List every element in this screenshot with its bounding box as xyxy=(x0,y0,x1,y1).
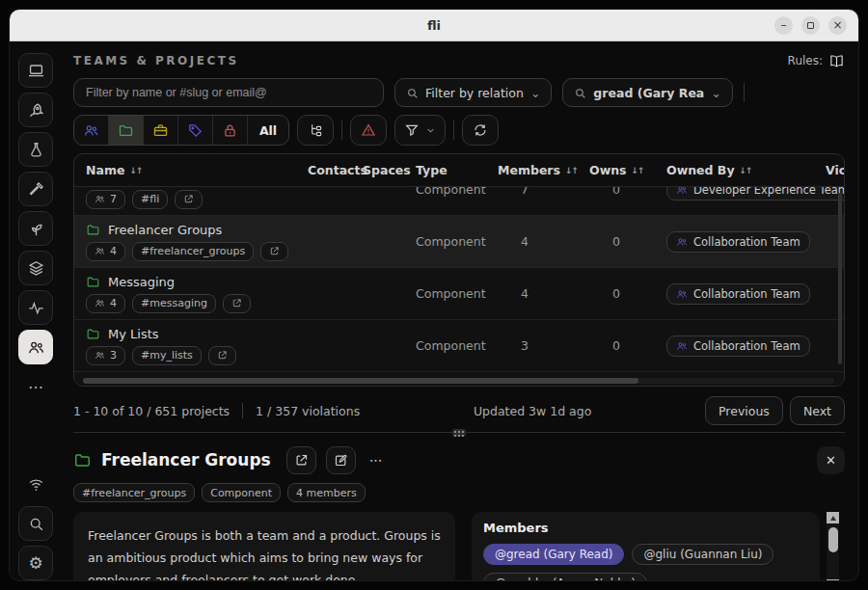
seedling-icon xyxy=(27,220,45,238)
members-count: 4 xyxy=(498,234,589,249)
filter-people-button[interactable] xyxy=(74,116,109,145)
previous-button[interactable]: Previous xyxy=(705,396,783,425)
column-header-spaces[interactable]: Spaces xyxy=(363,163,416,177)
edit-button[interactable] xyxy=(326,446,356,474)
divider xyxy=(242,403,243,418)
more-actions-button[interactable]: ⋯ xyxy=(366,452,388,468)
filter-products-button[interactable] xyxy=(144,116,178,145)
filter-all-button[interactable]: All xyxy=(248,116,288,145)
user-filter-dropdown[interactable]: gread (Gary Rea ⌄ xyxy=(562,78,732,107)
main-panel: TEAMS & PROJECTS Rules: Filter by relati… xyxy=(62,41,858,580)
chevron-down-icon xyxy=(425,125,436,136)
column-header-contacts[interactable]: Contacts xyxy=(308,163,363,177)
filter-private-button[interactable] xyxy=(213,116,248,145)
table-row[interactable]: 7 #fli Component 7 0 Developer Experienc… xyxy=(74,187,844,216)
column-header-violations[interactable]: Violat xyxy=(826,163,845,177)
members-count: 3 xyxy=(498,338,589,353)
sidebar-item-devices[interactable] xyxy=(18,53,53,88)
external-link-button[interactable] xyxy=(208,346,236,365)
sidebar-item-more[interactable]: ⋯ xyxy=(18,369,53,404)
sidebar-item-teams[interactable] xyxy=(18,330,53,364)
team-icon xyxy=(676,288,688,300)
column-header-owns[interactable]: Owns↓↑ xyxy=(589,163,666,177)
arrow-up-icon xyxy=(830,516,836,521)
scrollbar-track[interactable] xyxy=(827,523,839,579)
hammer-icon xyxy=(27,180,45,199)
owned-by-badge[interactable]: Collaboration Team xyxy=(666,283,810,305)
maximize-button[interactable] xyxy=(801,16,820,35)
member-chip[interactable]: @gread (Gary Read) xyxy=(483,544,624,565)
search-input[interactable] xyxy=(73,78,384,107)
member-chip[interactable]: @anebbs (Aaron Nebbs) xyxy=(483,573,647,580)
refresh-button[interactable] xyxy=(462,115,499,146)
sidebar-search-button[interactable] xyxy=(18,506,53,541)
divider xyxy=(744,83,745,102)
column-header-type[interactable]: Type xyxy=(416,163,498,177)
more-icon: ⋯ xyxy=(28,378,43,396)
divider xyxy=(341,121,342,140)
rules-label: Rules: xyxy=(788,54,823,67)
external-link-button[interactable] xyxy=(223,294,251,313)
connection-status xyxy=(18,467,53,501)
project-name: Messaging xyxy=(108,275,175,289)
scrollbar-thumb[interactable] xyxy=(83,378,638,384)
filter-menu-button[interactable] xyxy=(394,115,446,146)
vertical-scrollbar[interactable] xyxy=(838,193,842,364)
sidebar-item-layers[interactable] xyxy=(18,251,53,285)
tree-view-button[interactable] xyxy=(297,115,334,146)
open-external-button[interactable] xyxy=(286,446,316,474)
sidebar-item-build[interactable] xyxy=(18,172,53,206)
relation-filter-dropdown[interactable]: Filter by relation ⌄ xyxy=(394,78,552,107)
table-body: 7 #fli Component 7 0 Developer Experienc… xyxy=(74,187,844,386)
external-link-button[interactable] xyxy=(175,190,203,209)
column-header-members[interactable]: Members↓↑ xyxy=(498,163,589,177)
external-link-icon xyxy=(183,194,194,204)
column-header-name[interactable]: Name↓↑ xyxy=(86,163,308,177)
sort-icon: ↓↑ xyxy=(740,166,752,175)
violations-count: 1 / 357 violations xyxy=(256,404,360,418)
project-name: Freelancer Groups xyxy=(108,223,222,237)
sidebar-item-launch[interactable] xyxy=(18,93,53,127)
sort-icon: ↓↑ xyxy=(565,166,578,175)
sidebar-item-experiments[interactable] xyxy=(18,132,53,167)
members-scrollbar[interactable] xyxy=(827,512,839,580)
filter-tags-button[interactable] xyxy=(178,116,213,145)
sidebar-item-growth[interactable] xyxy=(18,211,53,246)
close-button[interactable]: × xyxy=(828,16,847,35)
sidebar-item-activity[interactable] xyxy=(18,290,53,325)
external-link-icon xyxy=(217,350,228,361)
column-header-owned-by[interactable]: Owned By↓↑ xyxy=(666,163,826,177)
scroll-down-button[interactable] xyxy=(827,579,839,580)
next-button[interactable]: Next xyxy=(790,396,845,425)
owned-by-badge[interactable]: Collaboration Team xyxy=(666,231,810,253)
close-detail-button[interactable]: ✕ xyxy=(817,446,845,474)
filter-projects-button[interactable] xyxy=(109,116,144,145)
search-icon xyxy=(406,87,419,99)
horizontal-scrollbar[interactable] xyxy=(83,378,834,384)
violations-filter-button[interactable] xyxy=(350,115,387,146)
people-icon xyxy=(95,350,105,361)
folder-icon xyxy=(86,327,100,341)
panel-splitter[interactable] xyxy=(73,432,845,441)
scrollbar-thumb[interactable] xyxy=(828,527,838,552)
owned-by-badge[interactable]: Collaboration Team xyxy=(666,335,810,357)
people-icon xyxy=(95,246,105,256)
external-link-icon xyxy=(294,453,309,468)
sidebar: ⋯ ⚙ xyxy=(10,41,62,580)
search-icon xyxy=(574,87,586,99)
drag-handle-icon[interactable] xyxy=(452,429,466,437)
rocket-icon xyxy=(27,101,45,120)
table-row[interactable]: My Lists 3 #my_lists Component 3 0 Colla… xyxy=(74,320,844,372)
rules-indicator[interactable]: Rules: xyxy=(788,53,845,69)
scroll-up-button[interactable] xyxy=(827,512,839,523)
table-row[interactable]: Messaging 4 #messaging Component 4 0 Col… xyxy=(74,268,844,320)
owned-by-badge[interactable]: Developer Experience Team xyxy=(666,187,844,201)
projects-count: 1 - 10 of 10 / 651 projects xyxy=(73,404,230,418)
folder-icon xyxy=(86,275,100,289)
sidebar-settings-button[interactable]: ⚙ xyxy=(18,546,53,580)
member-chip[interactable]: @gliu (Guannan Liu) xyxy=(632,544,773,565)
minimize-button[interactable]: – xyxy=(774,16,793,35)
external-link-button[interactable] xyxy=(260,242,288,261)
owns-count: 0 xyxy=(589,234,666,249)
table-row[interactable]: Freelancer Groups 4 #freelancer_groups C… xyxy=(74,216,844,268)
